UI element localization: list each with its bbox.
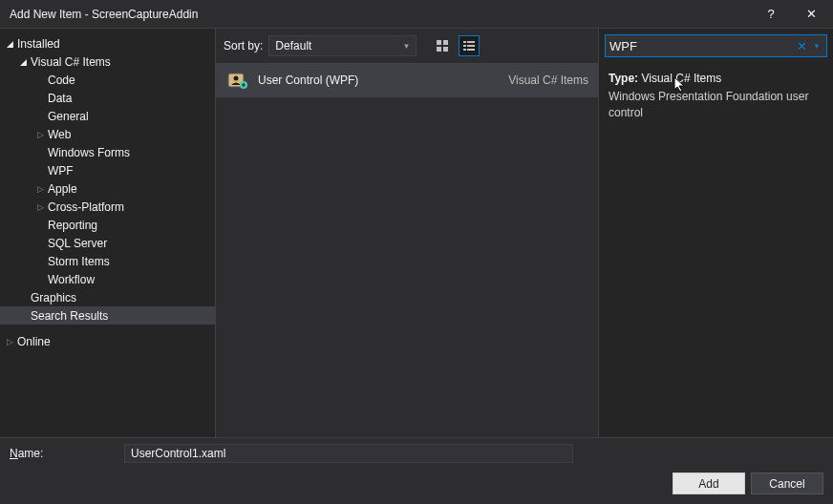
sidebar-item[interactable]: ▷Cross-Platform <box>0 198 215 216</box>
sidebar-item-label: Reporting <box>46 219 97 232</box>
view-grid-button[interactable] <box>432 35 453 56</box>
sidebar-online[interactable]: ▷ Online <box>0 332 215 350</box>
sidebar-item-label: Storm Items <box>46 255 110 268</box>
type-description: Windows Presentation Foundation user con… <box>609 89 823 121</box>
type-value: Visual C# Items <box>641 72 721 85</box>
titlebar: Add New Item - ScreenCaptureAddin ? ✕ <box>0 0 833 29</box>
sidebar-item[interactable]: ▷Reporting <box>0 216 215 234</box>
help-button[interactable]: ? <box>752 0 790 29</box>
search-box[interactable]: ✕ ▼ <box>605 34 827 57</box>
add-button[interactable]: Add <box>673 472 745 494</box>
sidebar-csharp-items[interactable]: ◢ Visual C# Items <box>0 52 215 71</box>
sidebar-item-label: Data <box>46 92 72 105</box>
chevron-right-icon: ▷ <box>4 337 15 346</box>
sidebar-graphics[interactable]: ▷ Graphics <box>0 288 215 306</box>
sidebar-item[interactable]: ▷Windows Forms <box>0 143 215 161</box>
sidebar: ◢ Installed ◢ Visual C# Items ▷Code▷Data… <box>0 29 215 437</box>
close-button[interactable]: ✕ <box>790 0 833 29</box>
svg-rect-2 <box>437 47 441 52</box>
item-row[interactable]: User Control (WPF) Visual C# Items <box>216 63 598 97</box>
button-row: Add Cancel <box>10 472 823 494</box>
right-pane: ✕ ▼ Type: Visual C# Items Windows Presen… <box>599 29 833 437</box>
chevron-down-icon: ◢ <box>17 57 29 67</box>
detail-pane: Type: Visual C# Items Windows Presentati… <box>599 61 833 130</box>
topbar: Sort by: Default ▼ <box>216 29 598 63</box>
item-name: User Control (WPF) <box>258 74 499 87</box>
item-list: User Control (WPF) Visual C# Items <box>216 63 598 437</box>
center-pane: Sort by: Default ▼ User Control (WPF) Vi… <box>215 29 599 437</box>
svg-rect-5 <box>467 41 475 43</box>
list-icon <box>462 39 476 52</box>
sidebar-item-label: Online <box>15 335 51 348</box>
svg-rect-4 <box>463 41 466 43</box>
sidebar-item-label: Installed <box>15 37 60 51</box>
sidebar-item[interactable]: ▷SQL Server <box>0 234 215 252</box>
usercontrol-icon <box>225 69 248 92</box>
main-area: ◢ Installed ◢ Visual C# Items ▷Code▷Data… <box>0 29 833 437</box>
chevron-right-icon: ▷ <box>34 130 46 139</box>
sidebar-item-label: Apple <box>46 182 77 196</box>
sidebar-item[interactable]: ▷Storm Items <box>0 252 215 270</box>
clear-search-icon[interactable]: ✕ <box>793 39 811 53</box>
sidebar-item[interactable]: ▷Data <box>0 89 215 107</box>
sidebar-item-label: Web <box>46 128 71 141</box>
view-list-button[interactable] <box>459 35 480 56</box>
svg-rect-8 <box>463 49 466 51</box>
name-label: Name: <box>10 447 117 460</box>
name-input[interactable] <box>124 444 573 463</box>
sidebar-item-label: Graphics <box>29 291 76 304</box>
cancel-button[interactable]: Cancel <box>751 472 823 494</box>
item-category: Visual C# Items <box>508 74 588 87</box>
chevron-down-icon: ◢ <box>4 39 15 49</box>
sidebar-item[interactable]: ▷WPF <box>0 161 215 179</box>
sidebar-item[interactable]: ▷Web <box>0 125 215 143</box>
sidebar-item[interactable]: ▷Workflow <box>0 270 215 288</box>
sidebar-item-label: Search Results <box>29 309 108 323</box>
search-input[interactable] <box>609 35 793 56</box>
chevron-down-icon: ▼ <box>402 42 410 51</box>
window-title: Add New Item - ScreenCaptureAddin <box>10 8 752 21</box>
svg-rect-0 <box>437 40 441 45</box>
svg-rect-6 <box>463 45 466 47</box>
sidebar-item-label: Visual C# Items <box>29 55 111 69</box>
sidebar-item-label: Code <box>46 74 75 87</box>
svg-rect-1 <box>443 40 448 45</box>
sidebar-installed[interactable]: ◢ Installed <box>0 34 215 52</box>
search-dropdown-icon[interactable]: ▼ <box>811 42 822 51</box>
name-row: Name: <box>10 444 823 463</box>
sidebar-item[interactable]: ▷Apple <box>0 179 215 198</box>
sidebar-item-label: Cross-Platform <box>46 200 124 214</box>
sidebar-item[interactable]: ▷General <box>0 107 215 125</box>
bottom-bar: Name: Add Cancel <box>0 437 833 504</box>
sidebar-search-results[interactable]: ▷ Search Results <box>0 306 215 325</box>
chevron-right-icon: ▷ <box>34 184 46 194</box>
sidebar-item[interactable]: ▷Code <box>0 71 215 89</box>
sidebar-item-label: Windows Forms <box>46 146 130 159</box>
svg-point-11 <box>234 76 239 81</box>
sort-value: Default <box>275 39 311 52</box>
sidebar-item-label: General <box>46 110 89 123</box>
svg-rect-7 <box>467 45 475 47</box>
sidebar-item-label: SQL Server <box>46 237 107 250</box>
type-label: Type: <box>609 72 638 85</box>
sort-combo[interactable]: Default ▼ <box>268 35 416 56</box>
grid-icon <box>436 39 449 52</box>
chevron-right-icon: ▷ <box>34 202 46 212</box>
sort-label: Sort by: <box>224 39 263 52</box>
svg-rect-9 <box>467 49 475 51</box>
sidebar-item-label: WPF <box>46 164 74 178</box>
svg-rect-3 <box>443 47 448 52</box>
sidebar-item-label: Workflow <box>46 273 95 286</box>
